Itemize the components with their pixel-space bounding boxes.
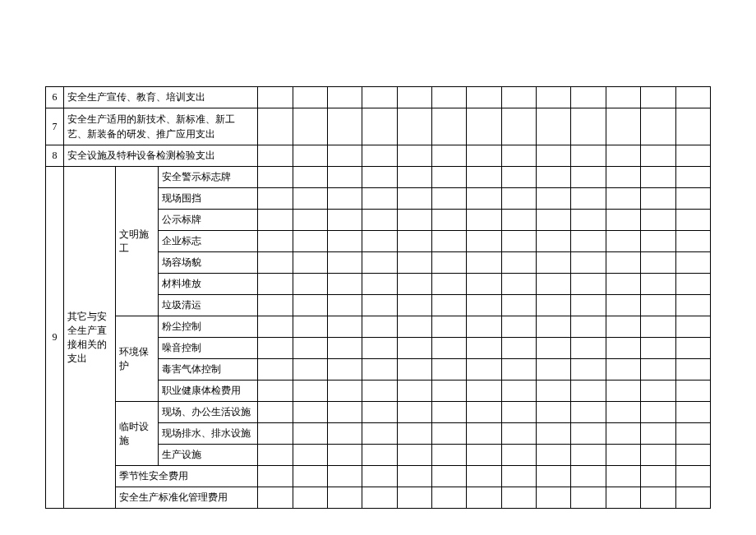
data-cell: [606, 87, 640, 108]
data-cell: [258, 108, 293, 145]
data-cell: [432, 87, 467, 108]
data-cell: [571, 423, 606, 445]
data-cell: [362, 210, 397, 231]
data-cell: [537, 231, 571, 252]
data-cell: [606, 188, 640, 210]
data-cell: [641, 295, 675, 316]
data-cell: [641, 466, 675, 487]
item-label: 毒害气体控制: [159, 359, 258, 380]
data-cell: [432, 380, 467, 402]
data-cell: [537, 445, 571, 466]
item-label: 企业标志: [159, 231, 258, 252]
data-cell: [362, 145, 397, 167]
data-cell: [537, 316, 571, 338]
data-cell: [362, 338, 397, 359]
data-cell: [432, 338, 467, 359]
item-label: 现场排水、排水设施: [159, 423, 258, 445]
item-label: 现场、办公生活设施: [159, 402, 258, 423]
data-cell: [293, 87, 327, 108]
data-cell: [362, 87, 397, 108]
data-cell: [432, 295, 467, 316]
data-cell: [467, 316, 501, 338]
data-cell: [467, 380, 501, 402]
data-cell: [258, 188, 293, 210]
data-cell: [362, 316, 397, 338]
data-cell: [258, 338, 293, 359]
data-cell: [537, 487, 571, 509]
data-cell: [432, 274, 467, 295]
data-cell: [467, 252, 501, 274]
data-cell: [606, 423, 640, 445]
data-cell: [606, 145, 640, 167]
data-cell: [327, 108, 362, 145]
data-cell: [537, 145, 571, 167]
data-cell: [397, 359, 431, 380]
data-cell: [537, 338, 571, 359]
data-cell: [641, 423, 675, 445]
data-cell: [362, 402, 397, 423]
data-cell: [467, 423, 501, 445]
data-cell: [641, 487, 675, 509]
data-cell: [606, 252, 640, 274]
data-cell: [467, 445, 501, 466]
data-cell: [675, 466, 710, 487]
data-cell: [258, 210, 293, 231]
data-cell: [397, 380, 431, 402]
data-cell: [571, 295, 606, 316]
data-cell: [501, 402, 536, 423]
data-cell: [327, 231, 362, 252]
data-cell: [327, 167, 362, 188]
data-cell: [675, 487, 710, 509]
data-cell: [537, 188, 571, 210]
data-cell: [293, 167, 327, 188]
data-cell: [571, 188, 606, 210]
data-cell: [362, 380, 397, 402]
data-cell: [571, 445, 606, 466]
data-cell: [432, 466, 467, 487]
row-label: 安全生产宣传、教育、培训支出: [64, 87, 258, 108]
data-cell: [675, 108, 710, 145]
data-cell: [362, 167, 397, 188]
data-cell: [537, 423, 571, 445]
data-cell: [537, 108, 571, 145]
data-cell: [467, 402, 501, 423]
data-cell: [258, 316, 293, 338]
data-cell: [258, 380, 293, 402]
data-cell: [537, 274, 571, 295]
row-label: 其它与安全生产直接相关的支出: [64, 167, 116, 509]
data-cell: [467, 87, 501, 108]
data-cell: [467, 295, 501, 316]
data-cell: [467, 359, 501, 380]
data-cell: [675, 252, 710, 274]
data-cell: [432, 145, 467, 167]
data-cell: [327, 423, 362, 445]
data-cell: [432, 445, 467, 466]
data-cell: [467, 167, 501, 188]
item-label: 粉尘控制: [159, 316, 258, 338]
data-cell: [675, 359, 710, 380]
data-cell: [501, 145, 536, 167]
data-cell: [606, 316, 640, 338]
data-cell: [293, 466, 327, 487]
data-cell: [641, 231, 675, 252]
table-row: 安全生产标准化管理费用: [46, 487, 711, 509]
data-cell: [641, 274, 675, 295]
data-cell: [501, 295, 536, 316]
group-label: 文明施工: [115, 167, 158, 316]
data-cell: [362, 231, 397, 252]
data-cell: [397, 145, 431, 167]
table-row: 9 其它与安全生产直接相关的支出 文明施工 安全警示标志牌: [46, 167, 711, 188]
expense-table: 6 安全生产宣传、教育、培训支出 7 安全生产适用的新技术、新标准、新工艺、新装…: [45, 86, 711, 509]
data-cell: [327, 210, 362, 231]
data-cell: [327, 87, 362, 108]
data-cell: [293, 145, 327, 167]
data-cell: [258, 231, 293, 252]
data-cell: [397, 466, 431, 487]
data-cell: [397, 188, 431, 210]
row-number: 6: [46, 87, 64, 108]
data-cell: [293, 188, 327, 210]
data-cell: [641, 380, 675, 402]
data-cell: [397, 252, 431, 274]
data-cell: [397, 445, 431, 466]
data-cell: [606, 487, 640, 509]
